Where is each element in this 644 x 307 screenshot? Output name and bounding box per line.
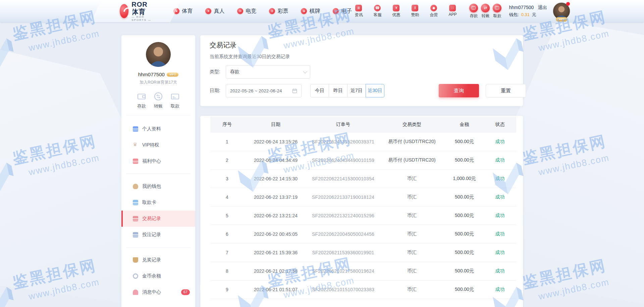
cell-amount: 500.00元: [445, 250, 484, 256]
page-subtitle: 当前系统支持查询最近30日的交易记录: [210, 54, 514, 60]
nav-lottery[interactable]: 8彩票: [269, 8, 288, 15]
quicklink-app[interactable]: ∷APP: [446, 5, 459, 17]
brand-subtitle: — ROR SPORTS —: [131, 15, 153, 21]
cell-transaction-type: 币汇: [379, 194, 445, 200]
quicklink-sponsor[interactable]: ‖赞助: [408, 5, 422, 18]
calendar-icon: [292, 88, 297, 93]
lottery-ball-icon: 8: [269, 8, 275, 14]
cell-date: 2022-06-21 01:51:07: [244, 287, 308, 292]
cell-amount: 500.00元: [445, 268, 484, 274]
table-row: 9 2022-06-21 01:51:07 SF2022062101510700…: [210, 280, 516, 299]
sidebar-item-profile[interactable]: 个人资料: [121, 121, 195, 137]
sidebar-avatar[interactable]: [146, 42, 171, 67]
sidebar-item-withdraw-card[interactable]: 取款卡: [121, 194, 195, 211]
header-transfer-button[interactable]: ⇄转账: [481, 4, 490, 19]
cell-transaction-type: 币汇: [379, 268, 445, 274]
date-range-input[interactable]: 2022-05-26 ~ 2022-06-24: [226, 84, 302, 97]
cell-order-number: SF202206211539360019901: [308, 250, 379, 255]
sidebar-item-vip[interactable]: VIP特权: [121, 137, 195, 153]
sidebar-item-coin-balance[interactable]: 金币余额: [121, 268, 195, 284]
table-row: 5 2022-06-22 13:21:24 SF2022062213212400…: [210, 207, 516, 225]
sidebar-item-welfare[interactable]: 福利中心: [121, 153, 195, 169]
message-count-badge: 67: [181, 289, 190, 295]
header-avatar[interactable]: VIP1: [552, 2, 571, 20]
sidebar-username: hhm077500: [138, 72, 165, 77]
currency-label: 元: [532, 12, 536, 17]
table-row: 4 2022-06-22 13:37:19 SF2022062213371900…: [210, 188, 516, 207]
nav-live-casino[interactable]: ✦真人: [205, 8, 224, 15]
type-select-value: 存款: [230, 69, 239, 75]
withdraw-card-outline-icon: [170, 91, 180, 101]
cell-status: 成功: [484, 176, 516, 182]
sidebar-item-messages[interactable]: 消息中心67: [121, 284, 195, 300]
quick-links: ≣资讯 ☎客服 ¥优惠 ‖赞助 ◆合营 ∷APP: [352, 5, 459, 18]
sidebar-withdraw-button[interactable]: 取款: [170, 91, 180, 109]
sidebar-item-transactions[interactable]: 交易记录: [121, 211, 195, 227]
date-label: 日期:: [210, 88, 226, 94]
range-today-button[interactable]: 今日: [310, 84, 329, 97]
transfer-arrows-icon: ⇄: [481, 4, 490, 12]
top-header: ROR体育 — ROR SPORTS — ●体育 ✦真人 ••电竞 8彩票 ★棋…: [0, 0, 644, 22]
nav-esports[interactable]: ••电竞: [237, 8, 256, 15]
brand-logo[interactable]: ROR体育 — ROR SPORTS —: [120, 1, 153, 21]
cell-seq: 7: [210, 250, 244, 255]
chess-star-icon: ★: [301, 8, 307, 14]
watermark-shield-icon: [0, 283, 20, 307]
vip-crown-icon: [133, 142, 138, 148]
quicklink-promo[interactable]: ¥优惠: [389, 5, 403, 18]
quicklink-news[interactable]: ≣资讯: [352, 5, 365, 18]
nav-egames[interactable]: ◖电子: [333, 8, 352, 15]
money-bag-icon: [133, 257, 138, 263]
column-header-amount: 金额: [445, 122, 484, 128]
type-select[interactable]: 存款: [226, 65, 310, 79]
range-30days-button[interactable]: 近30日: [366, 84, 384, 97]
logout-link[interactable]: 退出: [538, 5, 547, 10]
quicklink-service[interactable]: ☎客服: [371, 5, 384, 18]
column-header-date: 日期: [244, 122, 308, 128]
cell-status: 成功: [484, 194, 516, 200]
cell-seq: 2: [210, 158, 244, 163]
sidebar-item-redeem-records[interactable]: 兑奖记录: [121, 252, 195, 268]
transactions-panel: 序号 日期 订单号 交易类型 金额 状态 1 2022-06-24 13:15:…: [200, 116, 523, 307]
cell-status: 成功: [484, 287, 516, 293]
main-nav: ●体育 ✦真人 ••电竞 8彩票 ★棋牌 ◖电子: [173, 8, 352, 15]
search-button[interactable]: 查询: [439, 84, 479, 97]
header-withdraw-button[interactable]: 取款: [493, 4, 501, 19]
header-deposit-button[interactable]: 存款: [469, 4, 478, 19]
cell-transaction-type: 币汇: [379, 231, 445, 237]
quick-range-group: 今日 昨日 近7日 近30日: [310, 84, 384, 97]
cell-status: 成功: [484, 268, 516, 274]
header-wallet-actions: 存款 ⇄转账 取款: [469, 4, 501, 19]
sidebar-item-wallet[interactable]: 我的钱包: [121, 178, 195, 194]
menu-divider: [126, 247, 191, 248]
cell-transaction-type: 易币付 (USDT/TRC20): [379, 139, 445, 145]
wallet-balance: 0.31: [521, 12, 530, 17]
table-header-row: 序号 日期 订单号 交易类型 金额 状态: [210, 117, 516, 133]
news-icon: ≣: [355, 5, 362, 11]
cell-seq: 3: [210, 176, 244, 181]
watermark-shield-icon: [0, 34, 20, 76]
cell-date: 2022-06-24 13:15:26: [244, 139, 308, 144]
egames-pacman-icon: ◖: [333, 8, 339, 14]
range-yesterday-button[interactable]: 昨日: [329, 84, 347, 97]
cell-transaction-type: 币汇: [379, 250, 445, 256]
transactions-table-body: 1 2022-06-24 13:15:26 SF2022062413152600…: [210, 133, 516, 299]
transfer-circle-icon: [153, 91, 163, 101]
cell-seq: 1: [210, 139, 244, 144]
column-header-status: 状态: [484, 122, 516, 128]
cell-date: 2022-06-22 00:45:05: [244, 231, 308, 237]
cell-status: 成功: [484, 250, 516, 256]
nav-chess[interactable]: ★棋牌: [301, 8, 320, 15]
cell-seq: 8: [210, 268, 244, 274]
deposit-wallet-outline-icon: [137, 91, 147, 101]
transaction-record-icon: [133, 216, 138, 221]
sidebar-menu: 个人资料 VIP特权 福利中心 我的钱包 取款卡 交易记录 投注记录 兑奖记录 …: [121, 121, 195, 300]
sidebar-item-betting-records[interactable]: 投注记录: [121, 227, 195, 243]
reset-button[interactable]: 重置: [486, 84, 526, 97]
menu-divider: [126, 174, 191, 174]
quicklink-partner[interactable]: ◆合营: [427, 5, 440, 18]
range-7days-button[interactable]: 近7日: [347, 84, 366, 97]
sidebar-transfer-button[interactable]: 转账: [153, 91, 163, 109]
sidebar-deposit-button[interactable]: 存款: [137, 91, 147, 109]
piggy-bank-icon: [133, 184, 138, 189]
